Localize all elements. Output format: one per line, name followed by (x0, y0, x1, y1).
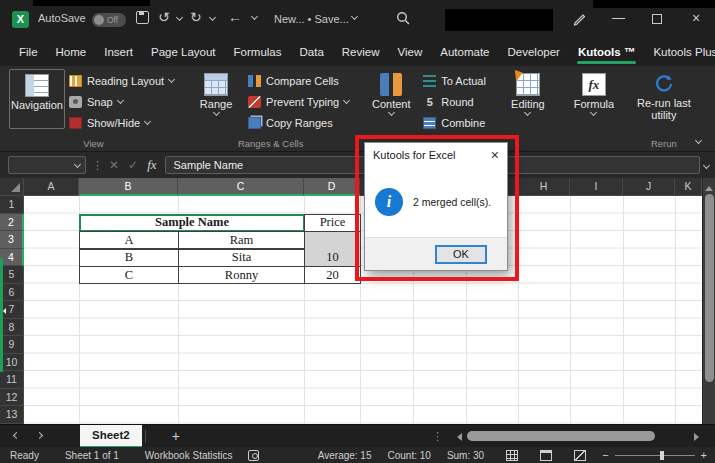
cell-c3[interactable]: Ram (178, 231, 305, 249)
column-header-d[interactable]: D (304, 178, 360, 196)
column-header-b[interactable]: B (79, 178, 178, 196)
tabbar-drag-handle[interactable]: ⋮ (432, 430, 443, 443)
zoom-slider-thumb[interactable] (660, 451, 664, 460)
horizontal-scrollbar[interactable] (453, 431, 703, 442)
pen-icon[interactable] (572, 11, 587, 26)
workbook-statistics-button[interactable]: Workbook Statistics (145, 450, 233, 461)
next-sheet-icon[interactable] (36, 431, 43, 438)
more-commands-icon[interactable] (251, 13, 258, 20)
zoom-in-button[interactable]: + (701, 449, 707, 461)
tab-insert[interactable]: Insert (95, 38, 142, 66)
excel-app-icon[interactable]: X (12, 11, 29, 28)
tab-kutools[interactable]: Kutools ™ (569, 38, 645, 66)
insert-function-icon[interactable]: fx (147, 157, 156, 173)
prevent-typing-button[interactable]: Prevent Typing (244, 91, 353, 112)
autosave-toggle[interactable]: Off (92, 13, 126, 27)
scroll-left-icon[interactable] (453, 433, 462, 441)
cell-d2[interactable]: Price (304, 214, 361, 232)
row-header-11[interactable]: 11 (0, 371, 24, 389)
column-header-i[interactable]: I (570, 178, 623, 196)
cells-area[interactable]: Sample Name Price A Ram 10 B Sita C Ronn… (24, 196, 702, 424)
cell-d5[interactable]: 20 (304, 266, 361, 284)
add-sheet-button[interactable]: + (172, 429, 180, 443)
title-dropdown-icon[interactable] (351, 13, 358, 20)
vertical-scroll-thumb[interactable] (705, 194, 714, 382)
back-arrow-icon[interactable]: ← (228, 9, 242, 25)
formula-bar-drag-handle[interactable]: ⋮ (92, 159, 103, 172)
tab-kutools-plus[interactable]: Kutools Plus (644, 38, 715, 66)
minimize-button[interactable]: — (612, 10, 625, 25)
zoom-out-button[interactable]: − (602, 449, 608, 461)
content-button[interactable]: Content (363, 69, 419, 115)
document-title[interactable]: New... • Save... (274, 13, 349, 25)
horizontal-scroll-thumb[interactable] (467, 431, 655, 441)
row-header-8[interactable]: 8 (0, 319, 24, 337)
column-header-k[interactable]: K (675, 178, 702, 196)
normal-view-icon[interactable] (506, 450, 518, 461)
search-icon[interactable] (396, 11, 411, 26)
vertical-scrollbar[interactable] (702, 178, 715, 424)
kutools-navigation-pane-handle[interactable] (0, 258, 3, 372)
row-header-4[interactable]: 4 (0, 249, 24, 267)
column-header-c[interactable]: C (178, 178, 304, 196)
undo-dropdown-icon[interactable] (176, 14, 183, 21)
zoom-slider[interactable] (615, 455, 695, 456)
tab-page-layout[interactable]: Page Layout (142, 38, 225, 66)
row-header-1[interactable]: 1 (0, 196, 24, 214)
redo-icon[interactable]: ↻ (190, 9, 202, 25)
tab-data[interactable]: Data (291, 38, 333, 66)
dialog-title-bar[interactable]: Kutools for Excel × (365, 143, 507, 167)
tab-developer[interactable]: Developer (498, 38, 568, 66)
name-box[interactable] (8, 156, 86, 174)
ok-button[interactable]: OK (435, 245, 487, 264)
to-actual-button[interactable]: To Actual (419, 70, 490, 91)
row-header-2[interactable]: 2 (0, 214, 24, 232)
row-header-12[interactable]: 12 (0, 389, 24, 407)
cell-b4[interactable]: B (79, 249, 179, 267)
row-header-3[interactable]: 3 (0, 231, 24, 249)
reading-layout-button[interactable]: Reading Layout (65, 70, 178, 91)
editing-button[interactable]: Editing (500, 69, 556, 115)
dialog-close-icon[interactable]: × (491, 148, 499, 162)
cancel-entry-icon[interactable]: ✕ (109, 158, 119, 172)
enter-entry-icon[interactable]: ✓ (128, 158, 138, 172)
page-break-view-icon[interactable] (574, 450, 586, 461)
tab-home[interactable]: Home (47, 38, 96, 66)
compare-cells-button[interactable]: Compare Cells (244, 70, 353, 91)
cell-b2-c2-merged[interactable]: Sample Name (79, 214, 305, 232)
tab-view[interactable]: View (389, 38, 432, 66)
navigation-button[interactable]: Navigation (9, 69, 65, 129)
close-button[interactable]: × (692, 10, 700, 26)
page-layout-view-icon[interactable] (540, 450, 552, 461)
select-all-corner[interactable] (0, 178, 24, 196)
cell-b3[interactable]: A (79, 231, 179, 249)
tab-file[interactable]: File (10, 38, 47, 66)
save-icon[interactable] (136, 11, 149, 24)
row-header-10[interactable]: 10 (0, 354, 24, 372)
row-header-5[interactable]: 5 (0, 266, 24, 284)
row-header-6[interactable]: 6 (0, 284, 24, 302)
tab-automate[interactable]: Automate (431, 38, 498, 66)
tab-formulas[interactable]: Formulas (225, 38, 291, 66)
previous-sheet-icon[interactable] (13, 431, 20, 438)
cell-c4[interactable]: Sita (178, 249, 305, 267)
show-hide-button[interactable]: Show/Hide (65, 112, 178, 133)
formula-bar-expand-icon[interactable] (703, 161, 710, 168)
maximize-button[interactable] (652, 14, 662, 24)
scroll-right-icon[interactable] (694, 433, 703, 441)
row-header-13[interactable]: 13 (0, 406, 24, 424)
help-button[interactable]: ? Help (706, 69, 715, 115)
row-header-9[interactable]: 9 (0, 336, 24, 354)
tab-review[interactable]: Review (333, 38, 389, 66)
accessibility-icon[interactable] (248, 450, 259, 461)
redo-dropdown-icon[interactable] (209, 14, 216, 21)
rerun-last-utility-button[interactable]: Re-run last utility (632, 69, 696, 121)
cell-d3-d4-merged[interactable]: 10 (304, 231, 361, 267)
undo-icon[interactable]: ↺ (158, 9, 170, 25)
column-header-a[interactable]: A (24, 178, 79, 196)
cell-c5[interactable]: Ronny (178, 266, 305, 284)
range-button[interactable]: Range (188, 69, 244, 115)
snap-button[interactable]: Snap (65, 91, 178, 112)
scroll-up-icon[interactable] (705, 182, 713, 191)
formula-button[interactable]: fx Formula (566, 69, 622, 115)
